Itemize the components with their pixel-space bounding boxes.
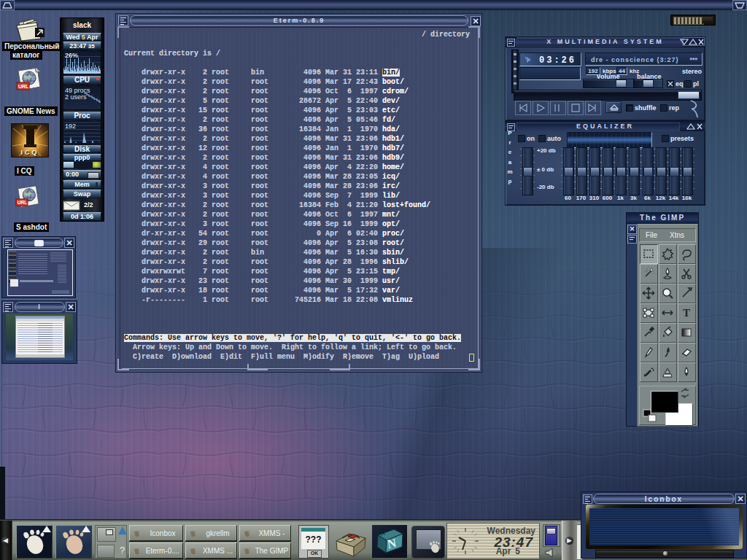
- svg-text:T: T: [683, 307, 690, 319]
- svg-text:URL: URL: [18, 200, 28, 205]
- svg-text:URL: URL: [18, 84, 29, 89]
